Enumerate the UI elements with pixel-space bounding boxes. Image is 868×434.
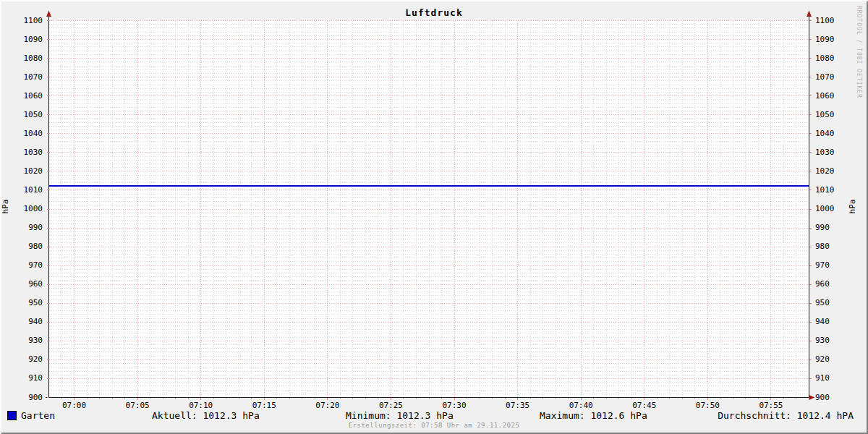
y-tick-label-right: 950 xyxy=(815,298,844,307)
y-tick-label-right: 960 xyxy=(815,279,844,289)
y-tick-label-right: 1070 xyxy=(815,72,844,82)
stat-average: Durchschnitt: 1012.4 hPA xyxy=(718,410,854,421)
y-tick-label-right: 900 xyxy=(815,393,844,402)
y-tick-label-right: 1010 xyxy=(815,185,844,195)
y-tick-label-left: 1060 xyxy=(0,91,43,101)
x-tick-label: 07:35 xyxy=(502,401,534,410)
legend-and-stats-row: Garten Aktuell: 1012.3 hPa Minimum: 1012… xyxy=(0,410,868,421)
y-tick-label-left: 990 xyxy=(0,223,43,232)
y-tick-label-right: 1060 xyxy=(815,91,844,101)
y-tick-label-left: 900 xyxy=(0,393,43,402)
y-tick-label-right: 940 xyxy=(815,317,844,326)
stat-current: Aktuell: 1012.3 hPa xyxy=(152,410,260,421)
x-axis-arrow xyxy=(809,395,815,400)
y-tick-label-left: 1090 xyxy=(0,35,43,44)
chart-canvas xyxy=(0,0,868,434)
x-tick-label: 07:40 xyxy=(565,401,597,410)
rrdtool-watermark: RRDTOOL / TOBI OETIKER xyxy=(856,6,862,98)
y-tick-label-right: 980 xyxy=(815,242,844,251)
x-tick-label: 07:45 xyxy=(629,401,660,410)
y-tick-label-right: 1100 xyxy=(815,16,844,25)
creation-timestamp: Erstellungszeit: 07:58 Uhr am 29.11.2025 xyxy=(0,422,868,429)
y-tick-label-left: 940 xyxy=(0,317,43,326)
y-tick-label-left: 1030 xyxy=(0,148,43,157)
y-tick-label-right: 1030 xyxy=(815,148,844,157)
y-tick-label-left: 1100 xyxy=(0,16,43,25)
y-tick-label-left: 960 xyxy=(0,279,43,289)
y-tick-label-right: 910 xyxy=(815,373,844,383)
y-tick-label-right: 970 xyxy=(815,260,844,270)
y-tick-label-left: 1040 xyxy=(0,129,43,138)
x-tick-label: 07:00 xyxy=(59,401,90,410)
y-tick-label-right: 1000 xyxy=(815,204,844,213)
y-tick-label-left: 1050 xyxy=(0,110,43,119)
x-tick-label: 07:05 xyxy=(122,401,153,410)
y-tick-label-right: 990 xyxy=(815,223,844,232)
y-tick-label-left: 930 xyxy=(0,336,43,345)
y-tick-label-left: 1070 xyxy=(0,72,43,82)
y-tick-label-right: 1050 xyxy=(815,110,844,119)
x-tick-label: 07:50 xyxy=(692,401,723,410)
y-tick-label-left: 910 xyxy=(0,373,43,383)
y-tick-label-left: 980 xyxy=(0,242,43,251)
x-tick-label: 07:15 xyxy=(248,401,280,410)
x-tick-label: 07:10 xyxy=(185,401,217,410)
y-tick-label-right: 920 xyxy=(815,354,844,364)
x-tick-label: 07:55 xyxy=(755,401,787,410)
stat-maximum: Maximum: 1012.6 hPa xyxy=(540,410,647,421)
y-tick-label-left: 970 xyxy=(0,260,43,270)
y-tick-label-left: 920 xyxy=(0,354,43,364)
x-tick-label: 07:30 xyxy=(438,401,470,410)
x-tick-label: 07:25 xyxy=(375,401,407,410)
y-tick-label-left: 950 xyxy=(0,298,43,307)
y-tick-label-left: 1020 xyxy=(0,166,43,176)
y-tick-label-right: 1080 xyxy=(815,54,844,63)
y-tick-label-right: 1040 xyxy=(815,129,844,138)
y-tick-label-right: 1090 xyxy=(815,35,844,44)
page-title: Luftdruck xyxy=(0,7,868,18)
y-tick-label-right: 930 xyxy=(815,336,844,345)
y-tick-label-left: 1080 xyxy=(0,54,43,63)
y-tick-label-left: 1010 xyxy=(0,185,43,195)
rrdtool-pressure-graph: Luftdruck RRDTOOL / TOBI OETIKER hPa hPa… xyxy=(0,0,868,434)
series-legend-label: Garten xyxy=(21,410,55,421)
y-axis-unit-right: hPa xyxy=(848,192,857,221)
x-tick-label: 07:20 xyxy=(312,401,344,410)
stat-minimum: Minimum: 1012.3 hPa xyxy=(346,410,454,421)
y-tick-label-left: 1000 xyxy=(0,204,43,213)
series-color-swatch xyxy=(7,411,17,420)
y-tick-label-right: 1020 xyxy=(815,166,844,176)
